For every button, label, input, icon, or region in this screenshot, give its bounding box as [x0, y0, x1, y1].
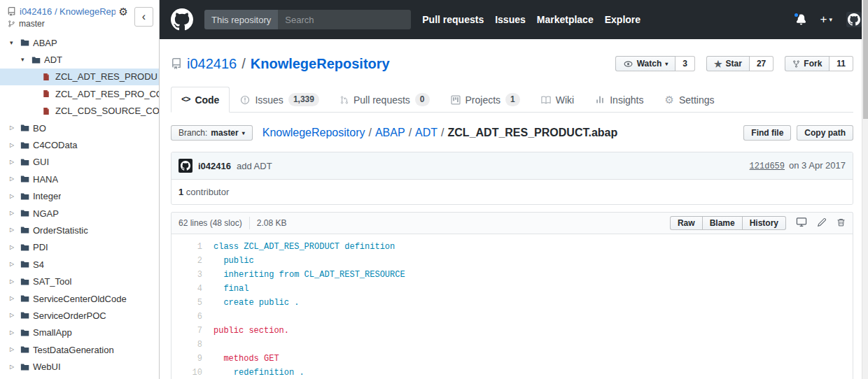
line-number[interactable]: 3 [172, 268, 202, 282]
nav-marketplace[interactable]: Marketplace [537, 14, 594, 25]
sidebar-repo-link[interactable]: i042416 / KnowlegeRep... [20, 6, 115, 17]
chevron-collapsed-icon[interactable]: ▷ [10, 296, 20, 301]
nav-explore[interactable]: Explore [605, 14, 640, 25]
chevron-collapsed-icon[interactable]: ▷ [10, 313, 20, 318]
chevron-collapsed-icon[interactable]: ▷ [10, 143, 20, 148]
chevron-collapsed-icon[interactable]: ▷ [10, 330, 20, 336]
tree-file-zcl-cds-source-co[interactable]: ZCL_CDS_SOURCE_CO [0, 103, 159, 120]
tree-folder-s4[interactable]: ▷ S4 [0, 256, 159, 273]
tree-item-label: ZCL_ADT_RES_PRO_CO [55, 89, 159, 99]
tree-folder-hana[interactable]: ▷ HANA [0, 171, 159, 187]
tree-folder-bo[interactable]: ▷ BO [0, 120, 159, 136]
line-number[interactable]: 4 [172, 282, 202, 296]
fork-count[interactable]: 11 [830, 56, 853, 71]
caret-down-icon: ▾ [242, 130, 245, 136]
tree-file-zcl-adt-res-product[interactable]: ZCL_ADT_RES_PRODU [0, 69, 159, 85]
blame-button[interactable]: Blame [703, 216, 743, 230]
line-number[interactable]: 8 [172, 338, 202, 352]
chevron-collapsed-icon[interactable]: ▷ [10, 245, 20, 250]
commit-hash-link[interactable]: 121d659 [750, 162, 785, 171]
star-count[interactable]: 27 [750, 56, 774, 71]
tree-folder-orderstatistic[interactable]: ▷ OrderStatistic [0, 222, 159, 238]
chevron-collapsed-icon[interactable]: ▷ [10, 347, 20, 352]
gear-icon: ⚙ [664, 94, 673, 105]
repo-name-link[interactable]: KnowlegeRepository [251, 53, 390, 74]
tree-folder-gui[interactable]: ▷ GUI [0, 154, 159, 171]
fork-group: Fork 11 [785, 56, 853, 71]
tab-code[interactable]: <> Code [171, 87, 230, 113]
open-in-desktop-button[interactable] [796, 217, 807, 229]
breadcrumb-repo-link[interactable]: KnowlegeRepository [262, 127, 365, 138]
star-label: Star [726, 59, 742, 69]
scrollbar-thumb[interactable] [863, 0, 868, 119]
tree-folder-adt[interactable]: ▾ ADT [0, 51, 159, 68]
chevron-expanded-icon[interactable]: ▾ [10, 40, 20, 46]
line-number[interactable]: 1 [172, 240, 202, 254]
line-number[interactable]: 5 [172, 296, 202, 310]
line-number[interactable]: 2 [172, 254, 202, 268]
commit-message-link[interactable]: add ADT [237, 161, 272, 171]
watch-count[interactable]: 3 [676, 56, 695, 71]
tree-folder-ngap[interactable]: ▷ NGAP [0, 205, 159, 222]
chevron-collapsed-icon[interactable]: ▷ [10, 159, 20, 165]
chevron-collapsed-icon[interactable]: ▷ [10, 176, 20, 182]
tree-folder-pdi[interactable]: ▷ PDI [0, 239, 159, 256]
create-new-button[interactable]: +▾ [820, 13, 832, 27]
search-input[interactable] [278, 10, 411, 29]
chevron-collapsed-icon[interactable]: ▷ [10, 125, 20, 131]
line-number[interactable]: 7 [172, 324, 202, 338]
folder-icon [20, 328, 33, 338]
github-logo-icon[interactable] [171, 8, 193, 31]
history-button[interactable]: History [743, 216, 786, 230]
tree-folder-sat-tool[interactable]: ▷ SAT_Tool [0, 273, 159, 289]
page-scrollbar[interactable] [862, 0, 868, 379]
tree-folder-smallapp[interactable]: ▷ SmallApp [0, 324, 159, 341]
tree-folder-servicecenteroldcode[interactable]: ▷ ServiceCenterOldCode [0, 290, 159, 307]
commit-author-link[interactable]: i042416 [198, 161, 231, 171]
nav-pull-requests[interactable]: Pull requests [422, 14, 484, 25]
tab-issues[interactable]: Issues 1,339 [230, 87, 330, 113]
nav-issues[interactable]: Issues [495, 14, 526, 25]
sidebar-settings-gear-icon[interactable]: ⚙ [119, 6, 128, 17]
edit-file-button[interactable] [817, 217, 827, 229]
user-avatar[interactable] [846, 12, 862, 27]
chevron-collapsed-icon[interactable]: ▷ [10, 210, 20, 216]
notifications-bell-icon[interactable] [796, 14, 806, 25]
delete-file-button[interactable] [836, 217, 846, 229]
commit-author-avatar[interactable] [178, 159, 192, 173]
tree-folder-abap[interactable]: ▾ ABAP [0, 34, 159, 51]
tree-folder-serviceorderpoc[interactable]: ▷ ServiceOrderPOC [0, 307, 159, 324]
chevron-collapsed-icon[interactable]: ▷ [10, 262, 20, 267]
line-number[interactable]: 9 [172, 352, 202, 366]
copy-path-button[interactable]: Copy path [797, 125, 853, 141]
tree-folder-testdatageneration[interactable]: ▷ TestDataGeneration [0, 341, 159, 358]
chevron-collapsed-icon[interactable]: ▷ [10, 194, 20, 199]
repo-owner-link[interactable]: i042416 [187, 53, 237, 74]
fork-button[interactable]: Fork [785, 56, 830, 71]
chevron-collapsed-icon[interactable]: ▷ [10, 364, 20, 370]
tree-folder-webui[interactable]: ▷ WebUI [0, 358, 159, 375]
star-button[interactable]: ★ Star [706, 56, 750, 71]
tab-wiki[interactable]: Wiki [531, 87, 584, 113]
chevron-collapsed-icon[interactable]: ▷ [10, 227, 20, 233]
chevron-collapsed-icon[interactable]: ▷ [10, 279, 20, 285]
tree-file-zcl-adt-res-pro-co[interactable]: ZCL_ADT_RES_PRO_CO [0, 85, 159, 102]
breadcrumb-folder-link[interactable]: ABAP [375, 127, 405, 138]
code-line: 8 [172, 338, 853, 352]
tab-projects[interactable]: Projects 1 [440, 87, 531, 113]
line-number[interactable]: 6 [172, 310, 202, 324]
chevron-expanded-icon[interactable]: ▾ [21, 57, 31, 63]
watch-button[interactable]: Watch ▾ [615, 56, 676, 71]
tab-pull-requests[interactable]: Pull requests 0 [330, 87, 440, 113]
branch-selector-button[interactable]: Branch: master ▾ [171, 125, 253, 141]
tree-folder-integer[interactable]: ▷ Integer [0, 188, 159, 205]
tree-folder-c4codata[interactable]: ▷ C4COData [0, 136, 159, 153]
tab-insights[interactable]: Insights [584, 87, 654, 113]
find-file-button[interactable]: Find file [743, 125, 791, 141]
line-number[interactable]: 10 [172, 366, 202, 379]
tab-settings[interactable]: ⚙ Settings [654, 87, 724, 113]
sidebar-collapse-button[interactable]: ‹ [134, 7, 153, 27]
breadcrumb-folder-link[interactable]: ADT [415, 127, 438, 138]
raw-button[interactable]: Raw [670, 216, 703, 230]
contributors-row[interactable]: 1 contributor [172, 180, 853, 204]
